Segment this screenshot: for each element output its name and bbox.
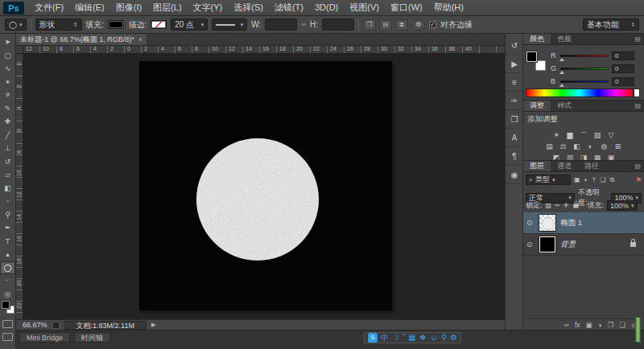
blur-tool[interactable]: ◦ [0, 195, 15, 207]
channel-value[interactable]: 0 [612, 64, 634, 73]
quick-selection-tool[interactable]: ✶ [0, 76, 15, 88]
tab-timeline[interactable]: 时间轴 [74, 332, 110, 343]
move-tool[interactable]: ➤ [0, 35, 15, 48]
panel-menu-icon[interactable]: ▤ [631, 101, 644, 111]
slider-handle[interactable] [559, 58, 564, 61]
ime-account-icon[interactable]: ☺ [430, 333, 438, 343]
properties-panel-icon[interactable]: ≡ [506, 74, 523, 92]
lasso-tool[interactable]: ∿ [0, 62, 15, 75]
lock-option-icon[interactable]: ✑ [555, 202, 560, 209]
visibility-eye-icon[interactable]: ⊙ [526, 219, 535, 227]
actions-panel-icon[interactable]: ▶ [506, 55, 523, 73]
menu-item[interactable]: 窗口(W) [385, 0, 428, 15]
width-input[interactable] [265, 18, 297, 31]
canvas-document[interactable] [139, 61, 392, 310]
channel-value[interactable]: 0 [612, 51, 634, 60]
zoom-tool[interactable]: ◎ [0, 288, 15, 301]
layer-thumbnail[interactable] [539, 214, 556, 232]
eraser-tool[interactable]: ▱ [0, 168, 15, 181]
geometry-options-button[interactable]: ⚙ [412, 19, 425, 31]
stroke-type-select[interactable]: ▾ [212, 18, 247, 31]
link-layers-icon[interactable]: ∞ [564, 321, 569, 329]
fill-swatch[interactable] [108, 20, 124, 29]
layer-name[interactable]: 椭圆 1 [560, 218, 582, 228]
channel-slider[interactable] [560, 55, 609, 57]
type-tool[interactable]: T [0, 235, 15, 248]
menu-item[interactable]: 图像(I) [110, 0, 147, 15]
canvas-area[interactable] [23, 54, 505, 319]
tool-preset-picker[interactable]: ◯ ▾ [5, 18, 27, 31]
eyedropper-tool[interactable]: ✎ [0, 102, 15, 115]
layer-filter-icon[interactable]: ❏ [600, 176, 605, 184]
lock-all-icon[interactable] [574, 203, 579, 207]
close-icon[interactable]: × [138, 34, 142, 45]
adjustments-tab[interactable]: 调整 [523, 101, 551, 111]
filter-toggle-icon[interactable]: ⚑ [635, 176, 642, 184]
history-panel-icon[interactable]: ↺ [506, 37, 523, 55]
layer-filter-icon[interactable]: ◐ [584, 176, 588, 184]
panel-menu-icon[interactable]: ▤ [631, 161, 644, 171]
ellipse-tool[interactable]: ◯ [0, 261, 15, 274]
layers-tab[interactable]: 通道 [551, 161, 578, 171]
clone-stamp-tool[interactable]: ⊥ [0, 142, 15, 154]
layer-filter-icon[interactable]: ▣ [574, 176, 580, 184]
ime-logo-icon[interactable]: S [368, 333, 378, 343]
layer-filter-icon[interactable]: ⧉ [609, 176, 614, 184]
quick-mask-button[interactable] [2, 320, 13, 328]
character-panel-icon[interactable]: A [506, 129, 523, 147]
spectrum-white-swatch[interactable] [634, 88, 640, 97]
foreground-color-swatch[interactable] [2, 301, 10, 309]
stroke-swatch[interactable] [151, 20, 167, 29]
slider-handle[interactable] [559, 71, 564, 74]
path-operations-icon[interactable]: ❐ [363, 19, 376, 31]
menu-item[interactable]: 3D(D) [309, 0, 344, 15]
adjustments-tab[interactable]: 样式 [551, 101, 578, 111]
vertical-ruler[interactable]: 0246810121416182022 [16, 54, 23, 319]
lock-option-icon[interactable]: ✛ [564, 202, 569, 209]
menu-item[interactable]: 滤镜(T) [269, 0, 309, 15]
dodge-tool[interactable]: ⚲ [0, 208, 15, 221]
menu-item[interactable]: 图层(L) [147, 0, 187, 15]
ime-keyboard-icon[interactable]: ▦ [408, 333, 415, 343]
channel-value[interactable]: 0 [612, 77, 634, 86]
menu-item[interactable]: 选择(S) [228, 0, 269, 15]
ime-search-icon[interactable]: ⚲ [441, 333, 447, 343]
layer-filter-select[interactable]: ⌕ 类型 ▾ [526, 174, 571, 185]
visibility-eye-icon[interactable]: ⊙ [526, 240, 535, 248]
stroke-size-select[interactable]: 20 点 ▾ [171, 18, 208, 31]
panel-color-swatches[interactable] [526, 51, 546, 71]
menu-item[interactable]: 文件(F) [29, 0, 69, 15]
marquee-tool[interactable]: ▢ [0, 49, 15, 62]
fill-select[interactable]: 100% ▾ [607, 200, 638, 211]
ime-punctuation-icon[interactable]: ” [402, 333, 405, 343]
menu-item[interactable]: 视图(V) [344, 0, 385, 15]
layer-row[interactable]: ⊙椭圆 1 [523, 212, 644, 234]
zoom-level[interactable]: 66.67% [23, 321, 47, 329]
channel-slider[interactable] [560, 68, 609, 70]
horizontal-ruler[interactable]: 1210864202468101214161820222426283032343… [23, 46, 505, 54]
path-arrangement-icon[interactable]: ≣ [395, 19, 408, 31]
ime-fullwidth-icon[interactable]: ☽ [392, 333, 399, 343]
path-alignment-icon[interactable]: ⊟ [379, 19, 392, 31]
channel-slider[interactable] [560, 80, 609, 83]
workspace-switcher[interactable]: 基本功能 ⇕ [583, 18, 639, 31]
ime-chinese-mode-icon[interactable]: 中 [381, 333, 389, 343]
paragraph-panel-icon[interactable]: ¶ [506, 148, 523, 166]
layers-tab[interactable]: 图层 [523, 161, 551, 171]
color-tab[interactable]: 颜色 [523, 34, 551, 44]
slider-handle[interactable] [559, 84, 564, 87]
layer-filter-icon[interactable]: T [592, 176, 596, 184]
fx-panel-icon[interactable]: ◉ [506, 166, 523, 184]
layer-thumbnail[interactable] [539, 236, 556, 253]
lock-option-icon[interactable]: ▨ [546, 202, 552, 209]
status-flyout-arrow[interactable]: ▶ [151, 322, 155, 328]
color-tab[interactable]: 色板 [551, 34, 578, 44]
menu-item[interactable]: 文字(Y) [188, 0, 229, 15]
adjustment-layer-icon[interactable]: ◑ [598, 321, 602, 329]
link-dimensions-icon[interactable]: ∞ [301, 21, 306, 28]
screen-mode-button[interactable] [2, 333, 13, 341]
tool-mode-select[interactable]: 形状 ⇕ [35, 18, 82, 31]
crop-tool[interactable]: # [0, 88, 15, 101]
hand-tool[interactable]: ☜ [0, 274, 15, 287]
layer-name[interactable]: 背景 [560, 240, 576, 250]
